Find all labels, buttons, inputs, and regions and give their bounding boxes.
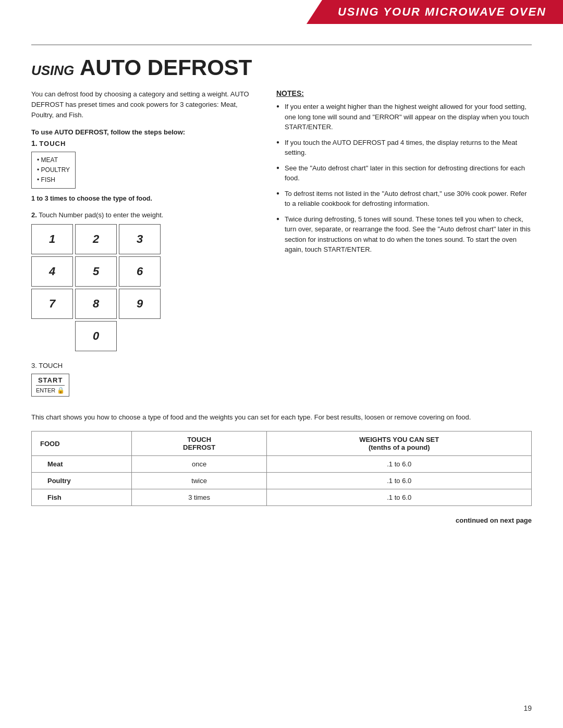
step1-num: 1. (31, 139, 38, 147)
note-item-5: Twice during defrosting, 5 tones will so… (276, 214, 532, 255)
weights-meat: .1 to 6.0 (267, 456, 532, 473)
start-button-bottom: ENTER 🔒 (36, 387, 65, 394)
start-button-area[interactable]: START ENTER 🔒 (31, 374, 69, 397)
key-0[interactable]: 0 (75, 321, 117, 351)
page-number: 19 (523, 704, 532, 712)
right-column: NOTES: If you enter a weight higher than… (276, 89, 532, 400)
note-item-3: See the "Auto defrost chart" later in th… (276, 163, 532, 183)
key-2[interactable]: 2 (75, 224, 117, 254)
touch-fish: 3 times (131, 489, 267, 506)
weights-poultry: .1 to 6.0 (267, 473, 532, 489)
header-bar: Using Your Microwave Oven (307, 0, 563, 24)
main-content: Using Auto Defrost You can defrost food … (31, 44, 532, 524)
step3-label: 3. TOUCH (31, 362, 255, 369)
table-header: FOOD TOUCHDEFROST WEIGHTS YOU CAN SET(te… (32, 431, 532, 456)
start-button-top: START (36, 376, 65, 386)
step2-num: 2. (31, 211, 37, 219)
key-5[interactable]: 5 (75, 256, 117, 287)
col-touch: TOUCHDEFROST (131, 431, 267, 456)
two-column-layout: You can defrost food by choosing a categ… (31, 89, 532, 400)
bold-instruction: To use AUTO DEFROST, follow the steps be… (31, 128, 255, 136)
key-9[interactable]: 9 (119, 289, 161, 319)
table-row: Meat once .1 to 6.0 (32, 456, 532, 473)
title-small-word: Using (31, 63, 74, 78)
key-7[interactable]: 7 (31, 289, 73, 319)
category-poultry: POULTRY (37, 165, 70, 175)
step1-sub: 1 to 3 times to choose the type of food. (31, 194, 255, 204)
step1-touch: TOUCH (39, 140, 66, 147)
food-meat: Meat (32, 456, 132, 473)
chart-intro: This chart shows you how to choose a typ… (31, 412, 532, 423)
category-meat: MEAT (37, 155, 70, 165)
title-big-word: Auto Defrost (80, 55, 252, 80)
intro-paragraph: You can defrost food by choosing a categ… (31, 89, 255, 120)
category-box: MEAT POULTRY FISH (31, 152, 76, 189)
step2-instruction: 2. Touch Number pad(s) to enter the weig… (31, 211, 255, 219)
key-8[interactable]: 8 (75, 289, 117, 319)
left-column: You can defrost food by choosing a categ… (31, 89, 255, 400)
col-weights: WEIGHTS YOU CAN SET(tenths of a pound) (267, 431, 532, 456)
col-food: FOOD (32, 431, 132, 456)
table-row: Poultry twice .1 to 6.0 (32, 473, 532, 489)
key-6[interactable]: 6 (119, 256, 161, 287)
step1-label: 1. TOUCH (31, 139, 255, 147)
notes-list: If you enter a weight higher than the hi… (276, 102, 532, 255)
food-fish: Fish (32, 489, 132, 506)
category-fish: FISH (37, 175, 70, 185)
table-row: Fish 3 times .1 to 6.0 (32, 489, 532, 506)
page-title: Using Auto Defrost (31, 56, 532, 80)
table-body: Meat once .1 to 6.0 Poultry twice .1 to … (32, 456, 532, 506)
number-pad: 1 2 3 4 5 6 7 8 9 0 (31, 224, 255, 351)
note-item-2: If you touch the AUTO DEFROST pad 4 time… (276, 138, 532, 158)
step3-touch: TOUCH (39, 362, 63, 369)
start-btn-enter-label: ENTER (36, 387, 55, 393)
note-item-4: To defrost items not listed in the "Auto… (276, 189, 532, 209)
food-poultry: Poultry (32, 473, 132, 489)
lock-icon: 🔒 (57, 387, 65, 394)
key-3[interactable]: 3 (119, 224, 161, 254)
key-4[interactable]: 4 (31, 256, 73, 287)
header-title: Using Your Microwave Oven (338, 5, 546, 18)
table-header-row: FOOD TOUCHDEFROST WEIGHTS YOU CAN SET(te… (32, 431, 532, 456)
touch-poultry: twice (131, 473, 267, 489)
notes-heading: NOTES: (276, 89, 532, 97)
step2-label: Touch Number pad(s) to enter the weight. (39, 211, 163, 219)
top-rule (31, 44, 532, 45)
key-1[interactable]: 1 (31, 224, 73, 254)
data-table: FOOD TOUCHDEFROST WEIGHTS YOU CAN SET(te… (31, 431, 532, 506)
continued-text: continued on next page (31, 516, 532, 524)
step3-num: 3. (31, 362, 37, 369)
touch-meat: once (131, 456, 267, 473)
note-item-1: If you enter a weight higher than the hi… (276, 102, 532, 132)
weights-fish: .1 to 6.0 (267, 489, 532, 506)
